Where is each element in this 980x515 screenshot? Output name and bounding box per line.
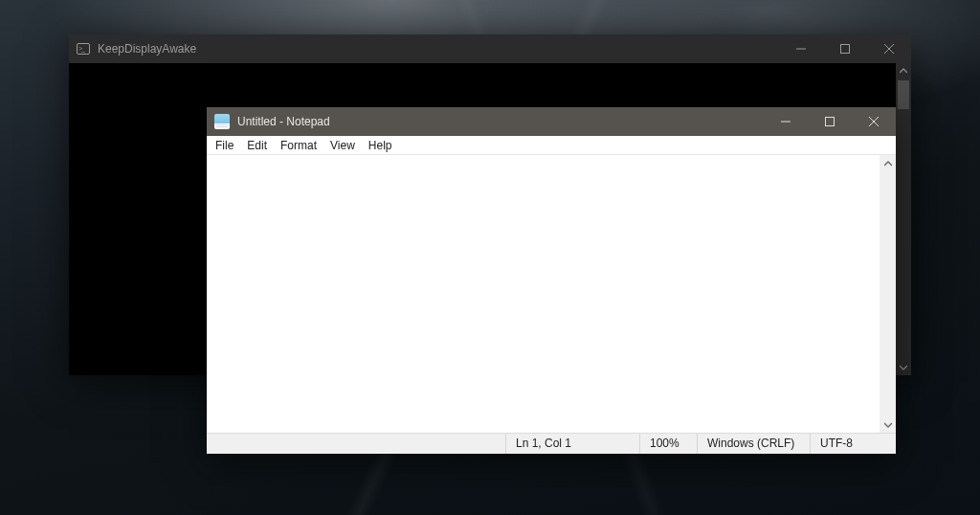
notepad-text-editor[interactable] (207, 155, 880, 433)
chevron-down-icon (884, 421, 892, 429)
console-maximize-button[interactable] (823, 34, 867, 63)
menu-edit[interactable]: Edit (240, 138, 274, 153)
menu-format[interactable]: Format (274, 138, 323, 153)
status-encoding: UTF-8 (810, 434, 896, 454)
notepad-titlebar[interactable]: Untitled - Notepad (207, 107, 896, 136)
notepad-title: Untitled - Notepad (237, 115, 330, 128)
scrollbar-down-button[interactable] (880, 416, 896, 433)
chevron-down-icon (900, 364, 907, 371)
menu-file[interactable]: File (209, 138, 240, 153)
maximize-icon (840, 44, 850, 54)
notepad-scrollbar[interactable] (880, 155, 896, 433)
svg-rect-0 (841, 45, 850, 54)
notepad-close-button[interactable] (852, 107, 896, 136)
chevron-up-icon (900, 67, 907, 75)
status-cursor-position: Ln 1, Col 1 (505, 434, 639, 454)
chevron-up-icon (884, 160, 892, 168)
notepad-statusbar: Ln 1, Col 1 100% Windows (CRLF) UTF-8 (207, 433, 896, 454)
status-line-ending: Windows (CRLF) (697, 434, 810, 454)
console-title: KeepDisplayAwake (98, 42, 196, 56)
minimize-icon (796, 44, 806, 54)
scrollbar-thumb[interactable] (898, 80, 909, 109)
status-zoom: 100% (639, 434, 697, 454)
scrollbar-down-button[interactable] (896, 360, 911, 375)
menu-help[interactable]: Help (362, 138, 399, 153)
notepad-maximize-button[interactable] (808, 107, 852, 136)
close-icon (869, 117, 879, 126)
console-titlebar[interactable]: KeepDisplayAwake (69, 34, 911, 63)
svg-rect-1 (826, 118, 835, 126)
notepad-editor-area (207, 155, 896, 433)
console-app-icon (77, 43, 90, 55)
minimize-icon (781, 117, 791, 126)
maximize-icon (825, 117, 835, 126)
console-scrollbar[interactable] (896, 63, 911, 375)
scrollbar-up-button[interactable] (896, 63, 911, 78)
statusbar-spacer (207, 434, 505, 454)
notepad-menubar: File Edit Format View Help (207, 136, 896, 155)
console-close-button[interactable] (867, 34, 911, 63)
scrollbar-up-button[interactable] (880, 155, 896, 171)
menu-view[interactable]: View (323, 138, 362, 153)
close-icon (884, 44, 894, 54)
notepad-app-icon (214, 114, 230, 129)
notepad-minimize-button[interactable] (764, 107, 808, 136)
notepad-window[interactable]: Untitled - Notepad File Edit Format View… (207, 107, 896, 454)
console-minimize-button[interactable] (779, 34, 823, 63)
